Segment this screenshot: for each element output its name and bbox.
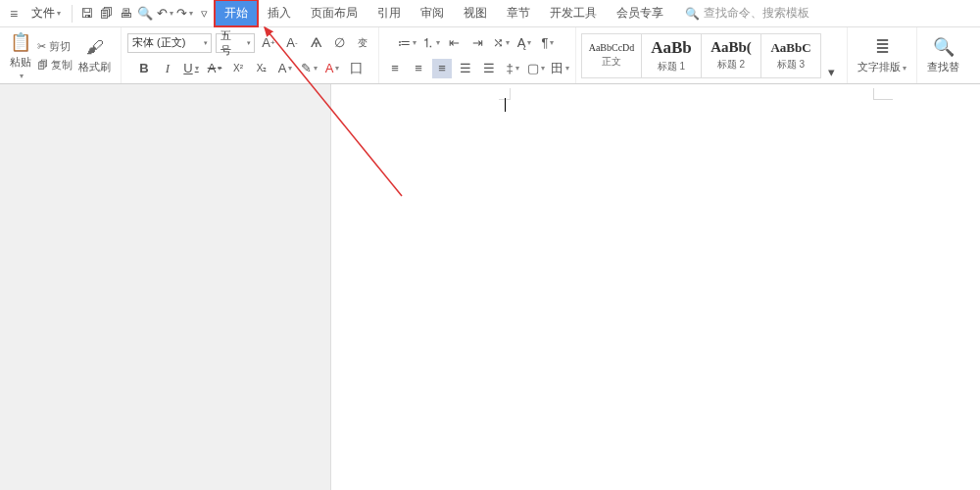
text-layout-group: ≣ 文字排版▾ xyxy=(848,27,917,83)
search-placeholder: 查找命令、搜索模板 xyxy=(704,5,809,22)
ribbon-tabs: 开始 插入 页面布局 引用 审阅 视图 章节 开发工具 会员专享 xyxy=(215,0,673,26)
style-heading3[interactable]: AaBbC 标题 3 xyxy=(760,33,821,78)
tab-page-layout[interactable]: 页面布局 xyxy=(301,0,368,26)
bullets-button[interactable]: ≔▾ xyxy=(397,33,416,53)
styles-more-button[interactable]: ▾ xyxy=(821,62,841,81)
tab-references[interactable]: 引用 xyxy=(368,0,411,26)
style-heading2[interactable]: AaBb( 标题 2 xyxy=(701,33,761,78)
styles-gallery: AaBbCcDd 正文 AaBb 标题 1 AaBb( 标题 2 AaBbC 标… xyxy=(582,33,821,78)
brush-icon: 🖌 xyxy=(84,36,106,58)
workspace xyxy=(0,84,980,490)
scissors-icon: ✂ xyxy=(37,40,46,53)
align-center-button[interactable]: ≡ xyxy=(409,59,428,78)
highlight-button[interactable]: ✎▾ xyxy=(299,59,318,78)
clear-format-button[interactable]: ∅ xyxy=(329,33,349,53)
cut-button[interactable]: ✂ 剪切 xyxy=(35,38,74,55)
redo-icon[interactable]: ↷▾ xyxy=(175,5,193,23)
superscript-button[interactable]: X² xyxy=(228,59,248,78)
format-painter-button[interactable]: 🖌 格式刷 xyxy=(74,34,115,76)
search-icon: 🔍 xyxy=(685,7,700,21)
paste-button[interactable]: 📋 粘贴▾ xyxy=(6,29,35,82)
document-area[interactable] xyxy=(331,84,980,490)
ribbon: 📋 粘贴▾ ✂ 剪切 🗐 复制 🖌 格式刷 宋体 (正文)▾ 五号▾ xyxy=(0,27,980,84)
bold-button[interactable]: B xyxy=(134,59,154,78)
phonetic-button[interactable]: 变 xyxy=(353,33,372,53)
tab-sections[interactable]: 章节 xyxy=(497,0,540,26)
text-effects-button[interactable]: A▾ xyxy=(275,59,295,78)
copy-button[interactable]: 🗐 复制 xyxy=(35,57,74,74)
undo-icon[interactable]: ↶▾ xyxy=(156,5,173,23)
font-group: 宋体 (正文)▾ 五号▾ A+ A- Ѧ ∅ 变 B I U▾ A▾ X² X₂… xyxy=(122,27,379,83)
shrink-font-button[interactable]: A- xyxy=(282,33,302,53)
font-name-select[interactable]: 宋体 (正文)▾ xyxy=(127,33,212,53)
document-page[interactable] xyxy=(401,86,910,490)
font-color-button[interactable]: A▾ xyxy=(322,59,342,78)
font-size-select[interactable]: 五号▾ xyxy=(216,33,255,53)
line-spacing-button[interactable]: ‡▾ xyxy=(503,59,522,78)
numbering-button[interactable]: ⒈▾ xyxy=(420,33,440,53)
find-replace-group: 🔍 查找替 xyxy=(917,27,969,83)
style-heading1[interactable]: AaBb 标题 1 xyxy=(641,33,702,78)
divider xyxy=(72,5,73,23)
command-search[interactable]: 🔍 查找命令、搜索模板 xyxy=(685,5,809,22)
align-left-button[interactable]: ≡ xyxy=(385,59,405,78)
underline-button[interactable]: U▾ xyxy=(181,59,201,78)
save-icon[interactable]: 🖫 xyxy=(77,5,95,23)
distribute-button[interactable]: ☰ xyxy=(479,59,499,78)
text-layout-icon: ≣ xyxy=(871,36,893,58)
clipboard-group: 📋 粘贴▾ ✂ 剪切 🗐 复制 🖌 格式刷 xyxy=(0,27,122,83)
paste-icon: 📋 xyxy=(10,31,31,53)
page-margin-marker-right xyxy=(873,88,893,100)
file-menu[interactable]: 文件 ▾ xyxy=(25,3,67,24)
tab-insert[interactable]: 插入 xyxy=(258,0,301,26)
strikethrough-button[interactable]: A▾ xyxy=(205,59,224,78)
magnifier-icon: 🔍 xyxy=(933,36,955,58)
grow-font-button[interactable]: A+ xyxy=(259,33,278,53)
char-shading-button[interactable]: 囗 xyxy=(346,59,366,78)
qat-customize-icon[interactable]: ▿ xyxy=(195,5,213,23)
tab-developer[interactable]: 开发工具 xyxy=(540,0,607,26)
print-icon[interactable]: 🖶 xyxy=(117,5,134,23)
change-case-button[interactable]: Ѧ xyxy=(306,33,325,53)
tab-member[interactable]: 会员专享 xyxy=(607,0,673,26)
tab-home[interactable]: 开始 xyxy=(215,0,258,26)
subscript-button[interactable]: X₂ xyxy=(252,59,271,78)
find-replace-button[interactable]: 🔍 查找替 xyxy=(923,34,963,76)
file-menu-label: 文件 xyxy=(31,5,55,22)
italic-button[interactable]: I xyxy=(158,59,177,78)
decrease-indent-button[interactable]: ⇤ xyxy=(444,33,464,53)
menu-bar: ≡ 文件 ▾ 🖫 🗐 🖶 🔍 ↶▾ ↷▾ ▿ 开始 插入 页面布局 引用 审阅 … xyxy=(0,0,980,27)
text-layout-button[interactable]: ≣ 文字排版▾ xyxy=(854,34,910,76)
navigation-pane[interactable] xyxy=(0,84,331,490)
text-cursor xyxy=(505,98,506,112)
align-right-button[interactable]: ≡ xyxy=(432,59,452,78)
export-icon[interactable]: 🗐 xyxy=(97,5,115,23)
chevron-down-icon: ▾ xyxy=(57,9,61,18)
copy-icon: 🗐 xyxy=(37,59,48,71)
increase-indent-button[interactable]: ⇥ xyxy=(467,33,487,53)
borders-button[interactable]: 田▾ xyxy=(550,59,569,78)
print-preview-icon[interactable]: 🔍 xyxy=(136,5,154,23)
shading-button[interactable]: ▢▾ xyxy=(526,59,546,78)
text-direction-button[interactable]: ⤭▾ xyxy=(491,33,511,53)
tab-review[interactable]: 审阅 xyxy=(411,0,454,26)
style-normal[interactable]: AaBbCcDd 正文 xyxy=(581,33,642,78)
sort-button[interactable]: Ą▾ xyxy=(514,33,534,53)
show-marks-button[interactable]: ¶▾ xyxy=(538,33,558,53)
styles-group: AaBbCcDd 正文 AaBb 标题 1 AaBb( 标题 2 AaBbC 标… xyxy=(576,27,848,83)
app-menu-icon[interactable]: ≡ xyxy=(4,4,24,24)
tab-view[interactable]: 视图 xyxy=(454,0,497,26)
align-justify-button[interactable]: ☰ xyxy=(456,59,475,78)
paragraph-group: ≔▾ ⒈▾ ⇤ ⇥ ⤭▾ Ą▾ ¶▾ ≡ ≡ ≡ ☰ ☰ ‡▾ ▢▾ 田▾ xyxy=(379,27,576,83)
